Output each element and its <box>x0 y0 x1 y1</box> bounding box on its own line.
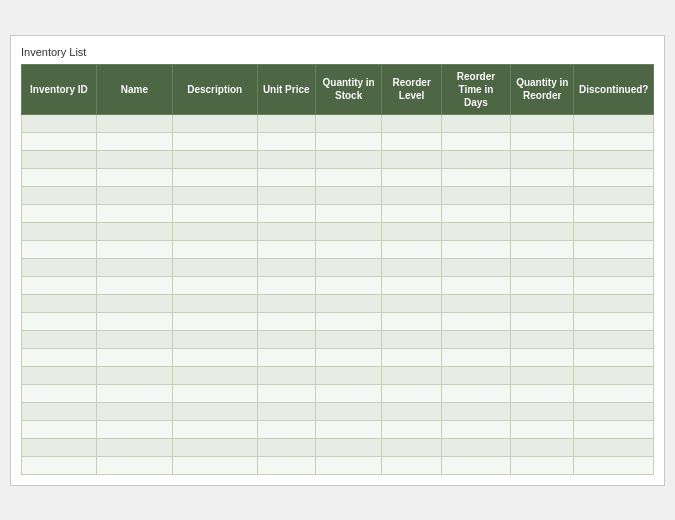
cell-discontinued <box>574 132 654 150</box>
cell-reorder-level <box>382 132 441 150</box>
cell-reorder-level <box>382 348 441 366</box>
cell-reorder-time <box>441 420 510 438</box>
cell-qty-reorder <box>511 438 574 456</box>
cell-qty-reorder <box>511 132 574 150</box>
cell-qty-stock <box>315 240 382 258</box>
cell-discontinued <box>574 222 654 240</box>
cell-description <box>172 276 257 294</box>
cell-reorder-level <box>382 438 441 456</box>
col-header-name: Name <box>96 64 172 114</box>
cell-qty-stock <box>315 312 382 330</box>
cell-qty-stock <box>315 420 382 438</box>
cell-discontinued <box>574 330 654 348</box>
cell-qty-reorder <box>511 258 574 276</box>
table-row <box>22 168 654 186</box>
cell-description <box>172 186 257 204</box>
cell-reorder-level <box>382 150 441 168</box>
cell-reorder-time <box>441 312 510 330</box>
table-row <box>22 348 654 366</box>
table-row <box>22 438 654 456</box>
cell-inventory-id <box>22 366 97 384</box>
cell-reorder-time <box>441 240 510 258</box>
cell-reorder-time <box>441 330 510 348</box>
cell-reorder-level <box>382 240 441 258</box>
cell-name <box>96 186 172 204</box>
cell-name <box>96 276 172 294</box>
cell-unit-price <box>257 204 315 222</box>
cell-name <box>96 240 172 258</box>
cell-reorder-time <box>441 168 510 186</box>
cell-description <box>172 438 257 456</box>
cell-inventory-id <box>22 222 97 240</box>
cell-reorder-level <box>382 168 441 186</box>
cell-reorder-time <box>441 222 510 240</box>
cell-inventory-id <box>22 186 97 204</box>
cell-inventory-id <box>22 402 97 420</box>
cell-description <box>172 204 257 222</box>
table-row <box>22 384 654 402</box>
cell-qty-reorder <box>511 276 574 294</box>
col-header-unit-price: Unit Price <box>257 64 315 114</box>
table-row <box>22 132 654 150</box>
cell-name <box>96 366 172 384</box>
cell-inventory-id <box>22 420 97 438</box>
cell-discontinued <box>574 186 654 204</box>
cell-name <box>96 438 172 456</box>
table-row <box>22 420 654 438</box>
cell-reorder-level <box>382 186 441 204</box>
cell-unit-price <box>257 456 315 474</box>
table-row <box>22 150 654 168</box>
cell-description <box>172 150 257 168</box>
cell-qty-stock <box>315 222 382 240</box>
table-row <box>22 276 654 294</box>
cell-discontinued <box>574 114 654 132</box>
table-row <box>22 402 654 420</box>
cell-qty-reorder <box>511 114 574 132</box>
cell-reorder-level <box>382 276 441 294</box>
cell-inventory-id <box>22 132 97 150</box>
cell-unit-price <box>257 366 315 384</box>
cell-qty-reorder <box>511 420 574 438</box>
cell-discontinued <box>574 420 654 438</box>
col-header-description: Description <box>172 64 257 114</box>
cell-inventory-id <box>22 114 97 132</box>
cell-unit-price <box>257 330 315 348</box>
table-row <box>22 456 654 474</box>
cell-reorder-time <box>441 132 510 150</box>
cell-discontinued <box>574 150 654 168</box>
cell-description <box>172 240 257 258</box>
cell-reorder-time <box>441 348 510 366</box>
cell-reorder-time <box>441 402 510 420</box>
cell-reorder-time <box>441 456 510 474</box>
cell-qty-reorder <box>511 366 574 384</box>
cell-unit-price <box>257 222 315 240</box>
cell-reorder-time <box>441 384 510 402</box>
cell-description <box>172 384 257 402</box>
cell-qty-stock <box>315 132 382 150</box>
cell-qty-stock <box>315 294 382 312</box>
table-row <box>22 186 654 204</box>
cell-unit-price <box>257 186 315 204</box>
cell-reorder-level <box>382 222 441 240</box>
cell-discontinued <box>574 258 654 276</box>
cell-discontinued <box>574 348 654 366</box>
cell-unit-price <box>257 276 315 294</box>
cell-reorder-time <box>441 150 510 168</box>
cell-discontinued <box>574 168 654 186</box>
cell-description <box>172 294 257 312</box>
cell-qty-reorder <box>511 330 574 348</box>
cell-qty-stock <box>315 114 382 132</box>
cell-discontinued <box>574 294 654 312</box>
cell-qty-reorder <box>511 402 574 420</box>
cell-qty-stock <box>315 276 382 294</box>
cell-reorder-time <box>441 258 510 276</box>
cell-unit-price <box>257 150 315 168</box>
cell-reorder-time <box>441 114 510 132</box>
cell-qty-stock <box>315 438 382 456</box>
col-header-inventory-id: Inventory ID <box>22 64 97 114</box>
cell-description <box>172 312 257 330</box>
cell-name <box>96 402 172 420</box>
table-row <box>22 330 654 348</box>
cell-qty-stock <box>315 258 382 276</box>
table-row <box>22 258 654 276</box>
